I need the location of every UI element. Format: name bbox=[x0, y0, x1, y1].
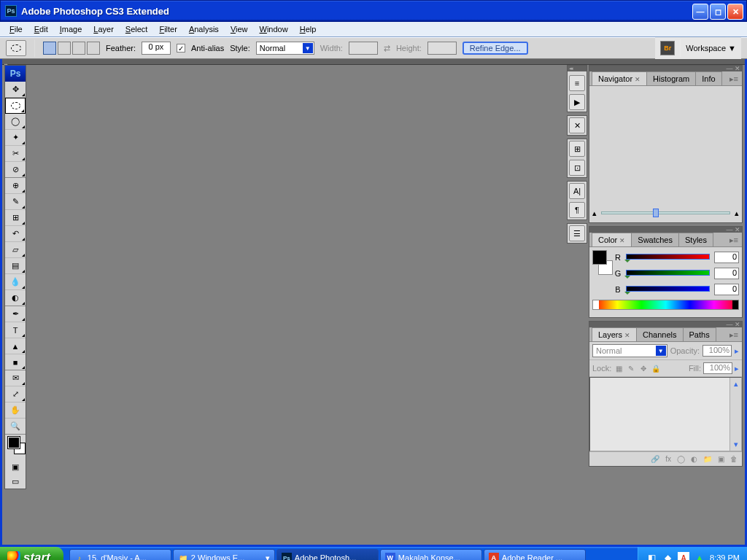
brushes-panel-icon[interactable]: ≡ bbox=[569, 75, 585, 91]
path-selection-tool[interactable]: ▲ bbox=[5, 338, 26, 354]
eyedropper-tool[interactable]: ⤢ bbox=[5, 386, 26, 402]
menu-filter[interactable]: Filter bbox=[153, 23, 182, 36]
taskbar-item-adobe-reader[interactable]: AAdobe Reader ... bbox=[484, 549, 586, 560]
menu-image[interactable]: Image bbox=[54, 23, 88, 36]
panel-collapse-icon[interactable]: — ✕ bbox=[726, 65, 740, 72]
quick-selection-tool[interactable]: ✦ bbox=[5, 130, 26, 146]
lock-position-icon[interactable]: ✥ bbox=[638, 363, 649, 373]
standard-mode-button[interactable]: ▣ bbox=[5, 459, 26, 474]
menu-analysis[interactable]: Analysis bbox=[183, 23, 225, 36]
dodge-tool[interactable]: ◐ bbox=[5, 290, 26, 306]
tab-swatches[interactable]: Swatches bbox=[631, 233, 679, 246]
color-panel-swatches[interactable] bbox=[592, 250, 613, 275]
layer-comps-panel-icon[interactable]: ⊞ bbox=[569, 141, 585, 157]
lasso-tool[interactable]: ◯ bbox=[5, 114, 26, 130]
r-value[interactable]: 0 bbox=[714, 252, 739, 263]
color-ramp[interactable] bbox=[592, 300, 739, 310]
screen-mode-button[interactable]: ▭ bbox=[5, 474, 26, 489]
g-value[interactable]: 0 bbox=[714, 268, 739, 279]
close-button[interactable]: ✕ bbox=[727, 4, 743, 20]
menu-select[interactable]: Select bbox=[120, 23, 154, 36]
panel-collapse-icon[interactable]: — ✕ bbox=[726, 321, 740, 328]
tab-layers[interactable]: Layers✕ bbox=[592, 327, 637, 341]
fill-value[interactable]: 100% bbox=[703, 362, 732, 374]
menu-edit[interactable]: Edit bbox=[28, 23, 54, 36]
zoom-tool[interactable]: 🔍 bbox=[5, 419, 26, 435]
subtract-selection-button[interactable] bbox=[72, 42, 85, 55]
minimize-button[interactable]: — bbox=[692, 4, 708, 20]
zoom-slider[interactable] bbox=[601, 211, 730, 214]
refine-edge-button[interactable]: Refine Edge... bbox=[462, 42, 528, 55]
intersect-selection-button[interactable] bbox=[87, 42, 100, 55]
character-panel-icon[interactable]: A| bbox=[569, 183, 585, 199]
tab-navigator[interactable]: Navigator✕ bbox=[592, 71, 647, 85]
b-slider[interactable] bbox=[626, 286, 710, 293]
panel-menu-icon[interactable]: ▸≡ bbox=[728, 73, 740, 85]
new-layer-icon[interactable]: ▣ bbox=[718, 455, 724, 463]
taskbar-item-music[interactable]: ♪15. d'Masiv - A... bbox=[69, 549, 171, 560]
layer-mask-icon[interactable]: ◯ bbox=[677, 455, 685, 463]
layer-style-icon[interactable]: fx bbox=[665, 455, 671, 463]
maximize-button[interactable]: ◻ bbox=[710, 4, 726, 20]
link-layers-icon[interactable]: 🔗 bbox=[651, 455, 659, 463]
paragraph-panel-icon[interactable]: ¶ bbox=[569, 202, 585, 218]
tray-icon[interactable]: ◧ bbox=[646, 552, 657, 560]
clock[interactable]: 8:39 PM bbox=[710, 553, 740, 560]
pen-tool[interactable]: ✒ bbox=[5, 306, 26, 322]
lock-image-icon[interactable]: ✎ bbox=[626, 363, 636, 373]
move-tool[interactable]: ✥ bbox=[5, 82, 26, 98]
b-value[interactable]: 0 bbox=[714, 284, 739, 295]
tray-icon[interactable]: ◆ bbox=[662, 552, 673, 560]
tray-avira-icon[interactable]: A bbox=[678, 552, 689, 560]
opacity-flyout-icon[interactable]: ▸ bbox=[735, 346, 739, 356]
adjustment-layer-icon[interactable]: ◐ bbox=[691, 455, 697, 463]
system-tray[interactable]: ◧ ◆ A ▲ 8:39 PM bbox=[638, 547, 747, 560]
tab-paths[interactable]: Paths bbox=[683, 327, 716, 341]
menu-view[interactable]: View bbox=[225, 23, 254, 36]
start-button[interactable]: start bbox=[0, 547, 63, 560]
opacity-value[interactable]: 100% bbox=[703, 345, 732, 357]
color-swatches[interactable] bbox=[5, 435, 26, 459]
eraser-tool[interactable]: ▱ bbox=[5, 242, 26, 258]
taskbar-item-photoshop[interactable]: PsAdobe Photosh... bbox=[276, 549, 379, 560]
tab-channels[interactable]: Channels bbox=[636, 327, 683, 341]
actions-panel-icon[interactable]: ⊡ bbox=[569, 160, 585, 176]
slice-tool[interactable]: ⊘ bbox=[5, 162, 26, 178]
delete-layer-icon[interactable]: 🗑 bbox=[730, 455, 738, 463]
feather-input[interactable]: 0 px bbox=[142, 42, 171, 55]
taskbar-item-explorer[interactable]: 📁2 Windows E...▾ bbox=[173, 549, 275, 560]
tab-styles[interactable]: Styles bbox=[678, 233, 713, 246]
fill-flyout-icon[interactable]: ▸ bbox=[735, 364, 739, 373]
crop-tool[interactable]: ✂ bbox=[5, 146, 26, 162]
menu-window[interactable]: Window bbox=[254, 23, 294, 36]
g-slider[interactable] bbox=[626, 270, 710, 277]
bridge-button[interactable]: Br bbox=[660, 41, 675, 55]
tool-presets-panel-icon[interactable]: ✕ bbox=[569, 117, 585, 133]
history-brush-tool[interactable]: ↶ bbox=[5, 226, 26, 242]
panel-menu-icon[interactable]: ▸≡ bbox=[728, 234, 740, 246]
hand-tool[interactable]: ✋ bbox=[5, 402, 26, 419]
zoom-in-icon[interactable]: ▴ bbox=[735, 209, 739, 218]
menu-help[interactable]: Help bbox=[294, 23, 322, 36]
zoom-out-icon[interactable]: ▴ bbox=[592, 209, 597, 218]
clone-stamp-tool[interactable]: ⊞ bbox=[5, 210, 26, 226]
tab-info[interactable]: Info bbox=[695, 71, 721, 85]
marquee-tool[interactable] bbox=[5, 98, 26, 114]
layers-list[interactable]: ▴▾ bbox=[589, 377, 742, 451]
notes-tool[interactable]: ✉ bbox=[5, 370, 26, 386]
clone-source-panel-icon[interactable]: ▶ bbox=[569, 94, 585, 110]
spot-healing-tool[interactable]: ⊕ bbox=[5, 178, 26, 194]
dock-bar[interactable] bbox=[2, 59, 745, 65]
layers-scrollbar[interactable]: ▴▾ bbox=[729, 378, 741, 451]
new-selection-button[interactable] bbox=[43, 42, 56, 55]
shape-tool[interactable]: ■ bbox=[5, 354, 26, 370]
lock-all-icon[interactable]: 🔒 bbox=[651, 363, 661, 373]
menu-file[interactable]: File bbox=[4, 23, 28, 36]
lock-transparency-icon[interactable]: ▦ bbox=[614, 363, 624, 373]
tray-icon[interactable]: ▲ bbox=[694, 552, 705, 560]
tool-preset-picker[interactable] bbox=[6, 40, 26, 56]
gradient-tool[interactable]: ▤ bbox=[5, 258, 26, 274]
taskbar-item-word[interactable]: WMakalah Konse... bbox=[380, 549, 482, 560]
panel-menu-icon[interactable]: ▸≡ bbox=[728, 329, 740, 341]
menu-layer[interactable]: Layer bbox=[88, 23, 120, 36]
